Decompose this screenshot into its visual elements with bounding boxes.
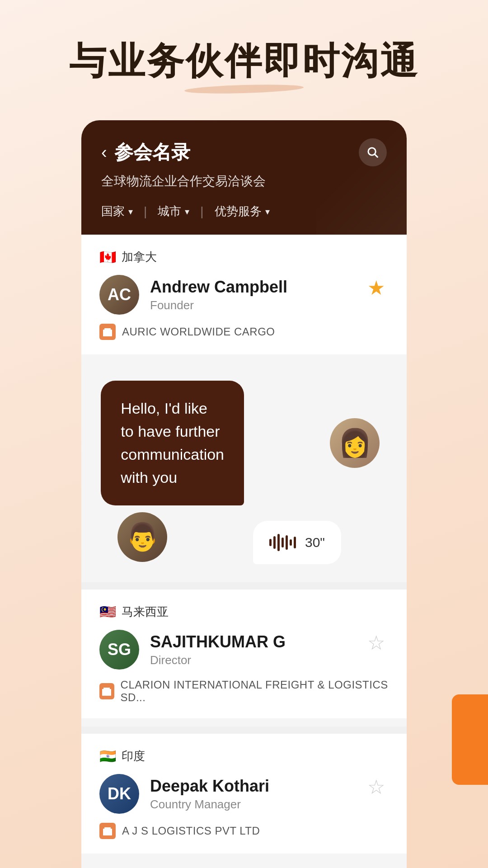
star-button-andrew[interactable]: ★ xyxy=(363,275,389,300)
header-nav: ‹ 参会名录 xyxy=(101,140,190,165)
hero-title: 与业务伙伴即时沟通 xyxy=(0,41,488,81)
building-icon-sajith xyxy=(101,686,112,697)
chat-bubble-incoming: 30" xyxy=(253,521,341,564)
contact-name-deepak: Deepak Kothari xyxy=(150,777,352,796)
filter-row: 国家 ▾ | 城市 ▾ | 优势服务 ▾ xyxy=(101,202,387,221)
avatar-andrew: AC xyxy=(99,275,139,315)
contact-role-deepak: Country Manager xyxy=(150,797,352,811)
svg-rect-9 xyxy=(106,831,109,835)
avatar-sajith: SG xyxy=(99,630,139,670)
contact-details-sajith: SAJITHKUMAR G Director xyxy=(150,632,352,667)
contact-role-sajith: Director xyxy=(150,653,352,667)
avatar-initials-deepak: DK xyxy=(108,784,131,803)
contact-info-sajith: SG SAJITHKUMAR G Director ☆ xyxy=(99,630,389,670)
filter-service-arrow: ▾ xyxy=(265,206,270,217)
chat-message-text: Hello, I'd like to have further communic… xyxy=(121,400,224,486)
country-name-canada: 加拿大 xyxy=(122,249,157,265)
country-row-canada: 🇨🇦 加拿大 xyxy=(99,249,389,265)
svg-rect-3 xyxy=(106,332,109,336)
chat-bubble-outgoing: Hello, I'd like to have further communic… xyxy=(101,381,244,505)
waveform-bar-6 xyxy=(290,539,292,546)
voice-duration: 30" xyxy=(305,535,325,550)
company-row-andrew: AURIC WORLDWIDE CARGO xyxy=(99,324,389,340)
svg-line-1 xyxy=(375,155,378,158)
avatar-initials-andrew: AC xyxy=(108,285,131,304)
header-top-row: ‹ 参会名录 xyxy=(101,138,387,166)
company-icon-sajith xyxy=(99,683,114,699)
bubble-right-wrapper: Hello, I'd like to have further communic… xyxy=(117,381,380,505)
flag-malaysia: 🇲🇾 xyxy=(99,604,116,620)
recipient-avatar-icon: 👨 xyxy=(126,524,160,551)
star-empty-icon-deepak: ☆ xyxy=(367,775,385,798)
flag-india: 🇮🇳 xyxy=(99,748,116,764)
filter-service-label: 优势服务 xyxy=(215,203,262,219)
country-name-malaysia: 马来西亚 xyxy=(122,604,169,620)
avatar-sender: 👩 xyxy=(330,418,380,468)
chat-wrapper: Hello, I'd like to have further communic… xyxy=(81,367,407,578)
filter-service[interactable]: 优势服务 ▾ xyxy=(215,202,270,221)
contact-card-deepak[interactable]: 🇮🇳 印度 DK Deepak Kothari Country Manager … xyxy=(81,734,407,854)
flag-canada: 🇨🇦 xyxy=(99,249,116,265)
contact-info-deepak: DK Deepak Kothari Country Manager ☆ xyxy=(99,774,389,814)
section-divider-1 xyxy=(81,582,407,590)
contact-info-andrew: AC Andrew Campbell Founder ★ xyxy=(99,275,389,315)
app-header: ‹ 参会名录 全球物流企业合作交易洽谈会 国家 ▾ | 城市 ▾ | xyxy=(81,120,407,235)
filter-country[interactable]: 国家 ▾ xyxy=(101,202,133,221)
svg-rect-7 xyxy=(105,691,108,696)
avatar-deepak: DK xyxy=(99,774,139,814)
contact-details-andrew: Andrew Campbell Founder xyxy=(150,278,352,312)
company-row-deepak: A J S LOGISTICS PVT LTD xyxy=(99,823,389,839)
waveform-bar-4 xyxy=(282,538,284,547)
waveform-bar-3 xyxy=(277,534,280,551)
section-divider-2 xyxy=(81,726,407,734)
star-button-sajith[interactable]: ☆ xyxy=(363,630,389,655)
search-icon xyxy=(366,146,380,159)
orange-decoration xyxy=(452,694,488,785)
event-subtitle: 全球物流企业合作交易洽谈会 xyxy=(101,173,387,190)
country-name-india: 印度 xyxy=(122,748,145,764)
filter-city-label: 城市 xyxy=(158,203,181,219)
app-card: ‹ 参会名录 全球物流企业合作交易洽谈会 国家 ▾ | 城市 ▾ | xyxy=(81,120,407,868)
star-button-deepak[interactable]: ☆ xyxy=(363,774,389,799)
filter-country-label: 国家 xyxy=(101,203,125,219)
company-icon-andrew xyxy=(99,324,116,340)
bubble-left-wrapper: 👨 30" xyxy=(117,510,380,564)
contact-role-andrew: Founder xyxy=(150,298,352,312)
waveform-bar-7 xyxy=(294,537,296,548)
star-empty-icon-sajith: ☆ xyxy=(367,631,385,654)
company-row-sajith: CLARION INTERNATIONAL FREIGHT & LOGISTIC… xyxy=(99,679,389,704)
back-button[interactable]: ‹ xyxy=(101,144,107,161)
contact-card-andrew[interactable]: 🇨🇦 加拿大 AC Andrew Campbell Founder ★ xyxy=(81,235,407,354)
svg-point-0 xyxy=(368,148,375,155)
waveform-icon xyxy=(269,533,296,552)
avatar-recipient: 👨 xyxy=(117,512,167,562)
hero-underline xyxy=(184,83,304,95)
filter-city-arrow: ▾ xyxy=(185,206,189,217)
country-row-india: 🇮🇳 印度 xyxy=(99,748,389,764)
contact-details-deepak: Deepak Kothari Country Manager xyxy=(150,777,352,811)
page-title: 参会名录 xyxy=(114,140,190,165)
contact-name-sajith: SAJITHKUMAR G xyxy=(150,632,352,651)
hero-section: 与业务伙伴即时沟通 xyxy=(0,0,488,120)
waveform-bar-1 xyxy=(269,539,272,546)
company-icon-deepak xyxy=(99,823,116,839)
country-row-malaysia: 🇲🇾 马来西亚 xyxy=(99,604,389,620)
waveform-bar-5 xyxy=(286,535,288,550)
sender-avatar-icon: 👩 xyxy=(338,429,372,457)
company-name-sajith: CLARION INTERNATIONAL FREIGHT & LOGISTIC… xyxy=(121,679,389,704)
filter-country-arrow: ▾ xyxy=(128,206,133,217)
filter-separator-2: | xyxy=(200,204,203,219)
building-icon xyxy=(102,326,113,337)
filter-city[interactable]: 城市 ▾ xyxy=(158,202,189,221)
company-name-deepak: A J S LOGISTICS PVT LTD xyxy=(122,825,260,837)
contact-name-andrew: Andrew Campbell xyxy=(150,278,352,297)
building-icon-deepak xyxy=(102,826,113,836)
chat-section: Hello, I'd like to have further communic… xyxy=(81,363,407,582)
filter-separator-1: | xyxy=(144,204,147,219)
search-button[interactable] xyxy=(359,138,387,166)
avatar-initials-sajith: SG xyxy=(108,640,131,659)
waveform-bar-2 xyxy=(273,536,276,549)
contact-card-sajith[interactable]: 🇲🇾 马来西亚 SG SAJITHKUMAR G Director ☆ xyxy=(81,590,407,718)
company-name-andrew: AURIC WORLDWIDE CARGO xyxy=(122,326,275,338)
app-body: 🇨🇦 加拿大 AC Andrew Campbell Founder ★ xyxy=(81,235,407,868)
